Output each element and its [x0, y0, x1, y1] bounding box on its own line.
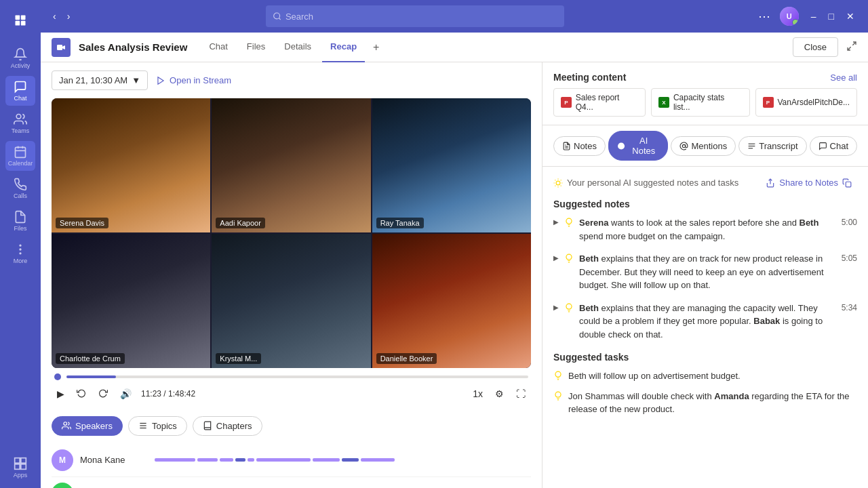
date-selector-button[interactable]: Jan 21, 10:30 AM ▼ — [52, 70, 148, 90]
speaker-bars-mona — [155, 458, 531, 462]
svg-point-10 — [20, 249, 21, 250]
fullscreen-button[interactable]: ⛶ — [513, 386, 528, 402]
bar-8 — [342, 458, 359, 462]
tab-recap[interactable]: Recap — [322, 33, 365, 62]
speaker-row-mona[interactable]: M Mona Kane — [52, 444, 531, 477]
file-chip-vanarshdel[interactable]: P VanArsdelPitchDe... — [755, 88, 858, 117]
svg-marker-20 — [158, 77, 163, 84]
notes-tab-mentions[interactable]: Mentions — [671, 136, 736, 156]
notes-tab-notes[interactable]: Notes — [553, 136, 606, 156]
note-expand-2[interactable]: ▶ — [553, 254, 559, 262]
sidebar-item-apps[interactable]: Apps — [5, 453, 35, 483]
ai-description: Your personal AI suggested notes and tas… — [553, 178, 738, 188]
sidebar-item-label: More — [14, 258, 28, 264]
add-tab-button[interactable]: + — [368, 39, 384, 56]
top-bar-left: ‹ › — [49, 8, 74, 24]
sidebar-item-chat[interactable]: Chat — [5, 76, 35, 106]
time-display: 11:23 / 1:48:42 — [141, 389, 195, 399]
sidebar-item-label: Calendar — [8, 160, 33, 167]
ai-header-row: Your personal AI suggested notes and tas… — [553, 175, 857, 190]
forward-button[interactable] — [96, 386, 111, 403]
notes-icon — [562, 142, 571, 150]
pop-out-button[interactable] — [846, 41, 857, 54]
video-cell-ray: Ray Tanaka — [372, 98, 531, 232]
sidebar-item-label: Calls — [14, 192, 27, 199]
note-expand-1[interactable]: ▶ — [553, 218, 559, 226]
app-logo[interactable] — [5, 5, 35, 35]
file-chip-capacity[interactable]: X Capacity stats list... — [651, 88, 749, 117]
tab-files[interactable]: Files — [239, 33, 273, 62]
suggested-notes-title: Suggested notes — [553, 199, 857, 209]
svg-rect-14 — [15, 464, 20, 470]
ai-notes-content: Your personal AI suggested notes and tas… — [542, 167, 868, 488]
sidebar-item-calls[interactable]: Calls — [5, 174, 35, 203]
speed-button[interactable]: 1x — [470, 386, 486, 402]
xlsx-icon: X — [658, 97, 669, 108]
rewind-button[interactable] — [74, 386, 89, 403]
sidebar-item-more[interactable]: More — [5, 239, 35, 268]
maximize-button[interactable]: □ — [823, 8, 840, 24]
topics-tab[interactable]: Topics — [128, 416, 187, 436]
svg-line-35 — [555, 180, 555, 180]
open-stream-button[interactable]: Open in Stream — [156, 75, 231, 85]
file-chip-sales[interactable]: P Sales report Q4... — [553, 88, 646, 117]
play-button[interactable]: ▶ — [54, 386, 67, 402]
search-icon — [273, 12, 281, 21]
ai-description-text: Your personal AI suggested notes and tas… — [567, 178, 738, 188]
avatar[interactable]: U — [780, 7, 799, 26]
close-window-button[interactable]: ✕ — [841, 8, 860, 24]
note-expand-3[interactable]: ▶ — [553, 304, 559, 311]
nav-back-button[interactable]: ‹ — [49, 8, 60, 24]
file-label-vanarshdel: VanArsdelPitchDe... — [778, 98, 850, 107]
notes-tab-chat[interactable]: Chat — [810, 136, 857, 156]
notes-tab-transcript[interactable]: Transcript — [738, 136, 806, 156]
search-bar[interactable] — [266, 5, 564, 27]
participant-name-aadi: Aadi Kapoor — [216, 218, 265, 228]
settings-button[interactable]: ⚙ — [492, 386, 507, 402]
sidebar-item-activity[interactable]: Activity — [5, 43, 35, 73]
svg-rect-42 — [846, 182, 851, 187]
svg-point-4 — [16, 115, 21, 119]
speakers-icon — [62, 421, 71, 430]
note-text-1: Serena wants to look at the sales report… — [579, 216, 836, 243]
progress-fill — [66, 375, 116, 378]
video-controls: ▶ 🔊 11:23 / 1:48:42 1x ⚙ ⛶ — [52, 368, 531, 408]
note-time-1: 5:00 — [842, 218, 857, 227]
volume-button[interactable]: 🔊 — [117, 386, 134, 402]
note-item-1: ▶ Serena wants to look at the sales repo… — [553, 216, 857, 243]
more-options-icon[interactable]: ⋯ — [755, 6, 773, 26]
search-input[interactable] — [285, 12, 557, 22]
task-item-2: Jon Shammas will double check with Amand… — [553, 390, 857, 416]
svg-line-19 — [848, 47, 851, 50]
meeting-content-header: Meeting content See all — [542, 62, 868, 88]
sidebar-item-calendar[interactable]: Calendar — [5, 141, 35, 171]
notes-tab-label: Notes — [574, 141, 597, 151]
segment-tabs: Speakers Topics Chapters — [52, 416, 531, 436]
close-button[interactable]: Close — [793, 37, 838, 57]
content-area: Jan 21, 10:30 AM ▼ Open in Stream Serena… — [41, 62, 868, 488]
progress-bar[interactable] — [66, 375, 528, 378]
share-notes-button[interactable]: Share to Notes — [760, 175, 857, 190]
file-label-sales: Sales report Q4... — [576, 93, 638, 112]
date-value: Jan 21, 10:30 AM — [59, 75, 127, 85]
speakers-tab[interactable]: Speakers — [52, 416, 123, 436]
mentions-tab-label: Mentions — [691, 141, 727, 151]
video-column-right: Ray Tanaka Danielle Booker — [372, 98, 531, 368]
transcript-icon — [747, 142, 756, 150]
chapters-tab[interactable]: Chapters — [193, 416, 262, 436]
nav-forward-button[interactable]: › — [63, 8, 75, 24]
minimize-button[interactable]: – — [806, 8, 822, 24]
notes-tab-ai[interactable]: AI Notes — [608, 131, 669, 161]
tab-chat[interactable]: Chat — [201, 33, 235, 62]
svg-rect-2 — [16, 21, 20, 26]
speaker-row-babak[interactable]: B Babak Shammas — [52, 477, 531, 488]
tab-details[interactable]: Details — [276, 33, 319, 62]
sidebar-item-files[interactable]: Files — [5, 206, 35, 236]
bar-2 — [197, 458, 218, 462]
nav-arrows: ‹ › — [49, 8, 74, 24]
note-bulb-1 — [564, 218, 574, 227]
see-all-button[interactable]: See all — [830, 73, 857, 83]
video-cell-charlotte: Charlotte de Crum — [52, 234, 210, 368]
sidebar-item-teams[interactable]: Teams — [5, 108, 35, 138]
meeting-files: P Sales report Q4... X Capacity stats li… — [542, 88, 868, 125]
